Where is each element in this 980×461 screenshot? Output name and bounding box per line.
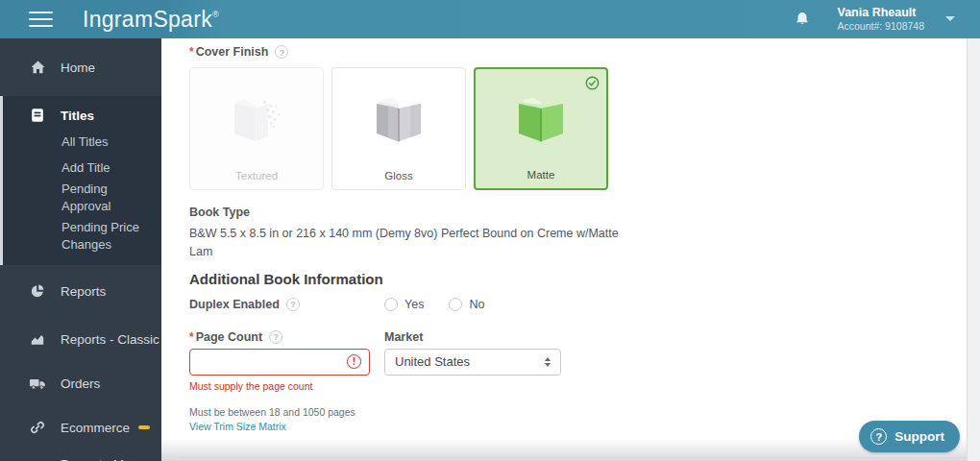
sidebar-item-label: Orders — [61, 376, 100, 391]
account-number: Account#: 9108748 — [838, 20, 925, 34]
notifications-bell-icon[interactable] — [794, 11, 811, 28]
market-selected-value: United States — [395, 354, 470, 369]
required-asterisk: * — [189, 330, 194, 344]
help-icon[interactable]: ? — [286, 298, 300, 311]
truck-icon — [29, 376, 46, 391]
cover-finish-option-matte[interactable]: Matte — [474, 67, 608, 190]
support-button[interactable]: ? Support — [859, 421, 960, 452]
selected-check-icon — [585, 76, 600, 90]
sidebar-item-label: Promote My Book — [61, 457, 161, 461]
help-icon: ? — [870, 428, 887, 445]
radio-button[interactable] — [384, 298, 398, 311]
section-divider — [180, 457, 967, 458]
sidebar-item-label: Reports - Classic — [61, 332, 159, 347]
sidebar-item-ecommerce[interactable]: Ecommerce — [0, 405, 161, 449]
card-label: Textured — [190, 170, 323, 182]
sidebar-item-home[interactable]: Home — [0, 46, 161, 88]
duplex-radio-group: Yes No — [384, 298, 484, 311]
additional-book-info-heading: Additional Book Information — [189, 271, 967, 287]
gloss-book-icon — [367, 93, 430, 143]
sidebar-item-label: Titles — [61, 109, 94, 123]
help-icon[interactable]: ? — [275, 45, 288, 59]
duplex-enabled-label: Duplex Enabled ? — [189, 298, 384, 311]
sidebar-item-label: Reports — [61, 284, 106, 299]
link-icon — [29, 420, 46, 435]
page-count-input[interactable]: ! — [189, 349, 370, 376]
book-type-label: Book Type — [189, 206, 967, 219]
page-count-label: * Page Count ? — [189, 330, 384, 344]
cover-finish-option-gloss[interactable]: Gloss — [331, 67, 466, 190]
textured-book-icon — [225, 93, 288, 143]
area-chart-icon — [29, 331, 46, 347]
hamburger-menu-icon[interactable] — [29, 7, 53, 32]
user-name: Vania Rheault — [838, 5, 925, 20]
sidebar-item-titles[interactable]: Titles — [3, 102, 161, 129]
page-count-helper: Must be between 18 and 1050 pages — [189, 406, 967, 418]
market-label: Market — [384, 330, 561, 344]
sidebar-item-promote-my-book[interactable]: Promote My Book — [0, 449, 161, 461]
new-badge — [138, 425, 150, 430]
duplex-enabled-row: Duplex Enabled ? Yes No — [189, 298, 967, 311]
page-gutter — [967, 38, 980, 461]
sidebar-item-pending-price-changes[interactable]: Pending Price Changes — [3, 214, 161, 256]
view-trim-size-matrix-link[interactable]: View Trim Size Matrix — [189, 421, 286, 432]
page-count-error: Must supply the page count — [189, 380, 384, 392]
sidebar-nav: Home Titles All Titles Add Title Pending… — [0, 38, 161, 461]
main-panel: * Cover Finish ? — [161, 38, 967, 461]
card-label: Matte — [476, 169, 606, 181]
account-menu[interactable]: Vania Rheault Account#: 9108748 — [838, 5, 968, 34]
pie-chart-icon — [29, 283, 46, 299]
sidebar-item-all-titles[interactable]: All Titles — [3, 129, 161, 155]
radio-button[interactable] — [449, 298, 462, 311]
chevron-down-icon[interactable] — [945, 16, 955, 26]
sidebar-item-orders[interactable]: Orders — [0, 361, 161, 405]
sidebar-item-add-title[interactable]: Add Title — [3, 155, 161, 181]
sidebar-item-label: Home — [61, 61, 95, 75]
registered-mark: ® — [212, 10, 219, 19]
sidebar-item-reports-classic[interactable]: Reports - Classic — [0, 317, 161, 361]
cover-finish-option-textured[interactable]: Textured — [189, 67, 324, 190]
home-icon — [29, 60, 46, 75]
sidebar-group-titles: Titles All Titles Add Title Pending Appr… — [0, 96, 161, 265]
cover-finish-label: * Cover Finish ? — [189, 45, 967, 59]
duplex-no-option[interactable]: No — [449, 298, 484, 311]
card-label: Gloss — [332, 170, 465, 182]
ingramspark-logo: IngramSpark® — [83, 7, 219, 33]
page-count-market-row: * Page Count ? ! Must supply the page co… — [189, 330, 967, 392]
book-icon — [29, 108, 46, 123]
duplex-yes-option[interactable]: Yes — [384, 298, 424, 311]
book-type-value: B&W 5.5 x 8.5 in or 216 x 140 mm (Demy 8… — [189, 225, 967, 262]
help-icon[interactable]: ? — [269, 330, 282, 344]
sidebar-item-pending-approval[interactable]: Pending Approval — [3, 181, 161, 214]
top-bar: IngramSpark® Vania Rheault Account#: 910… — [0, 0, 980, 38]
matte-book-icon — [509, 93, 573, 143]
sidebar-item-label: Ecommerce — [61, 421, 130, 435]
logo-text: IngramSpark — [83, 7, 212, 32]
cover-finish-options: Textured Gloss — [189, 67, 967, 190]
required-asterisk: * — [189, 45, 194, 59]
sidebar-item-reports[interactable]: Reports — [0, 265, 161, 317]
error-exclamation-icon: ! — [347, 354, 361, 369]
select-stepper-icon — [545, 357, 551, 368]
market-select[interactable]: United States — [384, 349, 561, 376]
